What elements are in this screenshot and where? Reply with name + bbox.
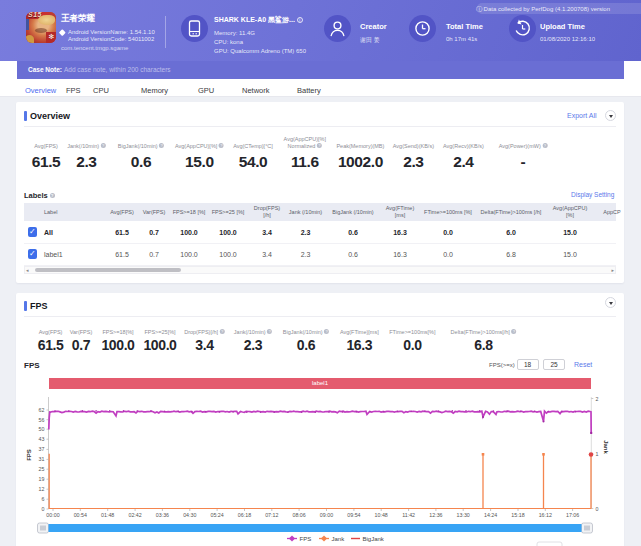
svg-text:25: 25 (39, 466, 45, 472)
svg-text:12: 12 (39, 486, 45, 492)
svg-text:FPS: FPS (26, 449, 32, 461)
svg-text:17:06: 17:06 (566, 512, 579, 518)
svg-text:6: 6 (42, 496, 45, 502)
svg-text:BigJank: BigJank (363, 536, 385, 542)
svg-text:13:30: 13:30 (457, 512, 470, 518)
svg-text:Jank: Jank (332, 536, 346, 542)
svg-text:07:12: 07:12 (265, 512, 278, 518)
svg-text:02:42: 02:42 (128, 512, 141, 518)
svg-text:56: 56 (39, 417, 45, 423)
svg-text:09:00: 09:00 (320, 512, 333, 518)
svg-text:Jank: Jank (603, 440, 609, 454)
svg-text:43: 43 (39, 436, 45, 442)
svg-text:FPS: FPS (300, 536, 312, 542)
svg-text:00:00: 00:00 (46, 512, 59, 518)
svg-text:0: 0 (42, 506, 45, 512)
svg-text:37: 37 (39, 446, 45, 452)
svg-text:31: 31 (39, 456, 45, 462)
svg-text:62: 62 (39, 407, 45, 413)
svg-text:12:36: 12:36 (429, 512, 442, 518)
svg-text:15:18: 15:18 (511, 512, 524, 518)
svg-text:19: 19 (39, 476, 45, 482)
svg-text:14:24: 14:24 (484, 512, 497, 518)
svg-text:06:18: 06:18 (238, 512, 251, 518)
svg-text:0: 0 (596, 506, 599, 512)
svg-text:2: 2 (596, 396, 599, 402)
svg-text:16:12: 16:12 (539, 512, 552, 518)
svg-text:03:36: 03:36 (156, 512, 169, 518)
svg-text:1: 1 (596, 451, 599, 457)
svg-text:50: 50 (39, 426, 45, 432)
svg-text:01:48: 01:48 (101, 512, 114, 518)
svg-text:10:48: 10:48 (375, 512, 388, 518)
svg-text:05:24: 05:24 (210, 512, 223, 518)
svg-text:11:42: 11:42 (402, 512, 415, 518)
svg-text:00:54: 00:54 (74, 512, 87, 518)
svg-text:04:30: 04:30 (183, 512, 196, 518)
svg-text:08:06: 08:06 (292, 512, 305, 518)
svg-text:09:54: 09:54 (347, 512, 360, 518)
